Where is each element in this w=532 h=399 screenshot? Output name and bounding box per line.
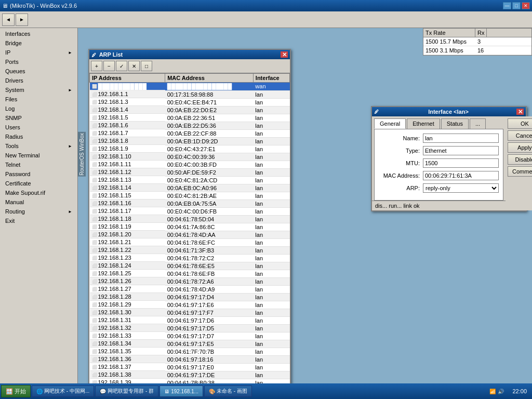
sidebar-item-radius[interactable]: Radius — [1, 132, 76, 141]
table-row[interactable]: ⬜ 192.168.1.30 00:04:61:97:17:F7 lan — [90, 309, 290, 316]
table-row[interactable]: ⬜ 192.168.1.23 00:04:61:78:72:C2 lan — [90, 254, 290, 262]
table-row[interactable]: ⬜ 192.168.1.13 00:E0:4C:81:2A:CD lan — [90, 176, 290, 184]
table-row[interactable]: ⬜ 192.168.1.17 00:E0:4C:00:D6:FB lan — [90, 207, 290, 215]
table-row[interactable]: ⬜ 192.168.1.4 00:0A:EB:22:D0:E2 lan — [90, 106, 290, 114]
table-row[interactable]: ⬜ 192.168.1.14 00:0A:EB:0C:A0:96 lan — [90, 184, 290, 192]
table-row[interactable]: ⬜ 192.168.1.22 00:04:61:71:3F:B3 lan — [90, 246, 290, 254]
sidebar-item-log[interactable]: Log — [1, 104, 76, 113]
sidebar-item-files[interactable]: Files — [1, 95, 76, 104]
sidebar-item-tools[interactable]: Tools ► — [1, 141, 76, 151]
row-icon: ⬜ — [92, 162, 97, 167]
sidebar-item-new-terminal[interactable]: New Terminal — [1, 151, 76, 160]
table-row[interactable]: ⬜ 192.168.1.37 00:04:61:97:17:E0 lan — [90, 363, 290, 371]
table-row[interactable]: ⬜ ████████████ ████████████████ wan — [90, 83, 290, 91]
table-row[interactable]: ⬜ 192.168.1.29 00:04:61:97:17:E6 lan — [90, 301, 290, 309]
sidebar-item-exit[interactable]: Exit — [1, 216, 76, 225]
mtu-input[interactable] — [423, 158, 499, 168]
sidebar-item-password[interactable]: Password — [1, 169, 76, 179]
ok-button[interactable]: OK — [508, 118, 532, 129]
mac-field-row: MAC Address: — [379, 171, 499, 180]
table-row[interactable]: ⬜ 192.168.1.38 00:04:61:97:17:DE lan — [90, 371, 290, 379]
arp-cancel-button[interactable]: ✕ — [128, 61, 140, 71]
mac-cell: 00:04:61:78:72:C2 — [165, 254, 254, 262]
sidebar-item-drivers[interactable]: Drivers — [1, 76, 76, 85]
minimize-button[interactable]: — — [503, 2, 511, 9]
row-icon: ⬜ — [92, 154, 97, 159]
interface-close-button[interactable]: ✕ — [516, 109, 524, 115]
sidebar-item-ip[interactable]: IP ► — [1, 48, 76, 57]
tab-general[interactable]: General — [374, 118, 406, 129]
iface-cell: lan — [253, 309, 289, 316]
table-row[interactable]: ⬜ 192.168.1.25 00:04:61:78:6E:FB lan — [90, 270, 290, 277]
arp-check-button[interactable]: ✓ — [116, 61, 127, 71]
back-button[interactable]: ◄ — [2, 14, 15, 26]
table-row[interactable]: ⬜ 192.168.1.9 00:E0:4C:43:27:E1 lan — [90, 145, 290, 153]
table-row[interactable]: ⬜ 192.168.1.8 00:0A:EB:1D:D9:2D lan — [90, 137, 290, 145]
cancel-button[interactable]: Cancel — [508, 130, 532, 141]
sidebar-item-snmp[interactable]: SNMP — [1, 113, 76, 123]
disable-button[interactable]: Disable — [508, 154, 532, 165]
sidebar-item-queues[interactable]: Queues — [1, 66, 76, 76]
table-row[interactable]: ⬜ 192.168.1.5 00:0A:EB:22:36:51 lan — [90, 114, 290, 122]
start-button[interactable]: 🪟 开始 — [1, 385, 31, 397]
tab-status[interactable]: Status — [441, 118, 469, 129]
sidebar-item-certificate[interactable]: Certificate — [1, 179, 76, 188]
name-input[interactable] — [423, 134, 499, 143]
taskbar-item-browser[interactable]: 🌐 网吧技术 - 中国网... — [32, 385, 94, 397]
taskbar-item-paint[interactable]: 🎨 未命名 - 画图 — [204, 385, 252, 397]
tab-more[interactable]: ... — [470, 118, 486, 129]
taskbar-item-im[interactable]: 💬 网吧联盟专用群 - 群 — [95, 385, 158, 397]
table-row[interactable]: ⬜ 192.168.1.7 00:0A:EB:22:CF:88 lan — [90, 129, 290, 137]
table-row[interactable]: ⬜ 192.168.1.33 00:04:61:97:17:D7 lan — [90, 332, 290, 340]
type-input[interactable] — [423, 146, 499, 155]
table-row[interactable]: ⬜ 192.168.1.18 00:04:61:78:5D:04 lan — [90, 215, 290, 223]
sidebar-item-telnet[interactable]: Telnet — [1, 160, 76, 169]
table-row[interactable]: ⬜ 192.168.1.36 00:04:61:97:18:16 lan — [90, 355, 290, 363]
sidebar-item-routing[interactable]: Routing ► — [1, 207, 76, 216]
table-row[interactable]: ⬜ 192.168.1.19 00:04:61:7A:86:8C lan — [90, 223, 290, 231]
row-icon: ⬜ — [92, 201, 97, 206]
table-row[interactable]: ⬜ 192.168.1.16 00:0A:EB:0A:75:5A lan — [90, 200, 290, 207]
name-label: Name: — [379, 135, 423, 141]
table-row[interactable]: ⬜ 192.168.1.10 00:E0:4C:00:39:36 lan — [90, 153, 290, 161]
sidebar-item-manual[interactable]: Manual — [1, 197, 76, 207]
sidebar-item-make-supout[interactable]: Make Supout.rif — [1, 188, 76, 197]
table-row[interactable]: ⬜ 192.168.1.12 00:50:AF:DE:59:F2 lan — [90, 168, 290, 176]
arp-copy-button[interactable]: □ — [141, 61, 152, 71]
table-row[interactable]: ⬜ 192.168.1.39 00:04:61:7B:B0:38 lan — [90, 379, 290, 383]
comment-button[interactable]: Comment — [508, 166, 532, 177]
table-row[interactable]: ⬜ 192.168.1.24 00:04:61:78:6E:E5 lan — [90, 262, 290, 270]
sidebar-item-system[interactable]: System ► — [1, 85, 76, 95]
table-row[interactable]: ⬜ 192.168.1.3 00:E0:4C:EE:B4:71 lan — [90, 98, 290, 106]
sidebar-item-users[interactable]: Users — [1, 123, 76, 132]
sidebar-item-ports[interactable]: Ports — [1, 57, 76, 66]
arp-table-container[interactable]: IP Address MAC Address Interface ⬜ █████… — [89, 73, 290, 383]
table-row[interactable]: ⬜ 192.168.1.11 00:E0:4C:00:3B:FD lan — [90, 161, 290, 168]
close-button[interactable]: ✕ — [522, 2, 530, 9]
row-icon: ⬜ — [92, 147, 97, 151]
table-row[interactable]: ⬜ 192.168.1.32 00:04:61:97:17:D5 lan — [90, 324, 290, 332]
mac-input[interactable] — [423, 171, 499, 180]
table-row[interactable]: ⬜ 192.168.1.1 00:17:31:58:98:88 lan — [90, 90, 290, 98]
tab-ethernet[interactable]: Ethernet — [407, 118, 440, 129]
arp-close-button[interactable]: ✕ — [281, 51, 288, 58]
forward-button[interactable]: ► — [16, 14, 28, 26]
maximize-button[interactable]: □ — [512, 2, 521, 9]
taskbar-item-winbox[interactable]: 🖥 192.168.1... — [159, 385, 203, 397]
table-row[interactable]: ⬜ 192.168.1.15 00:E0:4C:81:2B:AE lan — [90, 192, 290, 200]
arp-remove-button[interactable]: − — [103, 61, 115, 71]
sidebar-item-interfaces[interactable]: Interfaces — [1, 29, 76, 38]
table-row[interactable]: ⬜ 192.168.1.31 00:04:61:97:17:D6 lan — [90, 316, 290, 324]
table-row[interactable]: ⬜ 192.168.1.26 00:04:61:78:72:A6 lan — [90, 277, 290, 285]
table-row[interactable]: ⬜ 192.168.1.6 00:0A:EB:22:D5:36 lan — [90, 122, 290, 129]
arp-add-button[interactable]: + — [91, 61, 102, 71]
table-row[interactable]: ⬜ 192.168.1.34 00:04:61:97:17:E5 lan — [90, 340, 290, 348]
sidebar-item-bridge[interactable]: Bridge — [1, 38, 76, 48]
table-row[interactable]: ⬜ 192.168.1.28 00:04:61:97:17:D4 lan — [90, 293, 290, 301]
table-row[interactable]: ⬜ 192.168.1.20 00:04:61:78:4D:AA lan — [90, 231, 290, 238]
arp-select[interactable]: reply-only enabled disabled proxy-arp — [423, 183, 499, 193]
table-row[interactable]: ⬜ 192.168.1.21 00:04:61:78:6E:FC lan — [90, 238, 290, 246]
table-row[interactable]: ⬜ 192.168.1.35 00:04:61:7F:70:7B lan — [90, 348, 290, 355]
table-row[interactable]: ⬜ 192.168.1.27 00:04:61:78:4D:A9 lan — [90, 285, 290, 293]
apply-button[interactable]: Apply — [508, 142, 532, 153]
